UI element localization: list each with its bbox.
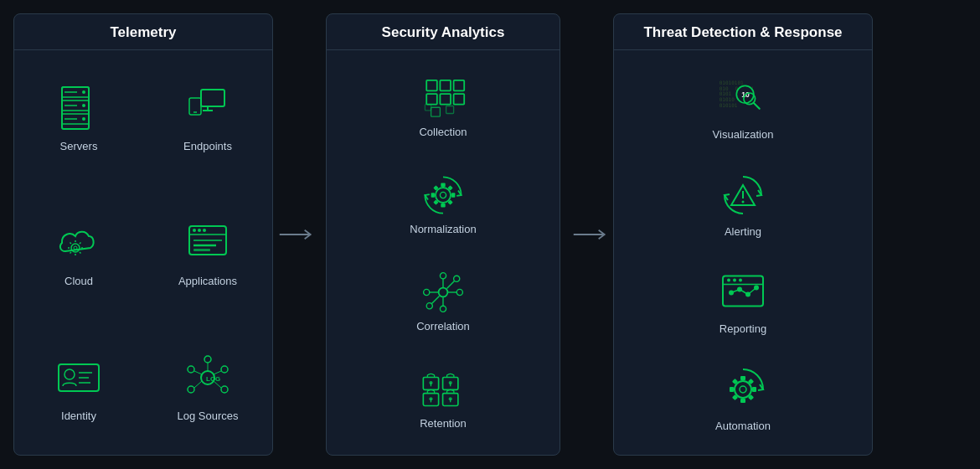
applications-label: Applications xyxy=(178,275,237,287)
alerting-label: Alerting xyxy=(725,225,761,238)
svg-line-45 xyxy=(194,371,202,374)
svg-line-24 xyxy=(70,252,72,254)
svg-point-61 xyxy=(440,193,446,198)
telemetry-item-cloud: Cloud xyxy=(14,185,143,320)
svg-text:0101: 0101 xyxy=(720,91,732,97)
svg-point-4 xyxy=(82,90,85,94)
svg-text:01010: 01010 xyxy=(720,97,735,103)
diagram-container: Telemetry Servers xyxy=(0,0,980,469)
log-sources-icon: LOG xyxy=(183,353,233,403)
svg-rect-58 xyxy=(446,106,454,114)
svg-rect-32 xyxy=(193,249,210,251)
svg-point-73 xyxy=(440,306,446,312)
arrow-right-1 xyxy=(278,226,315,243)
svg-point-70 xyxy=(439,287,448,296)
svg-point-40 xyxy=(188,366,194,373)
svg-point-41 xyxy=(221,366,228,373)
svg-rect-59 xyxy=(425,105,431,111)
svg-rect-126 xyxy=(730,387,734,392)
svg-rect-55 xyxy=(440,94,451,105)
svg-line-23 xyxy=(80,243,81,245)
identity-label: Identity xyxy=(61,410,96,422)
threat-item-visualization: 01010101 010 01 01 0101 01 01010 010101 … xyxy=(713,73,774,141)
svg-rect-51 xyxy=(426,80,437,91)
cloud-label: Cloud xyxy=(64,275,93,287)
svg-point-28 xyxy=(198,229,201,232)
svg-point-43 xyxy=(221,386,228,393)
collection-icon xyxy=(420,75,466,121)
svg-rect-63 xyxy=(441,204,445,208)
svg-line-107 xyxy=(754,103,760,109)
svg-point-76 xyxy=(426,302,432,308)
alerting-icon xyxy=(718,170,768,220)
svg-point-109 xyxy=(742,201,745,204)
svg-rect-124 xyxy=(740,376,745,380)
telemetry-item-endpoints: Endpoints xyxy=(143,50,272,185)
svg-text:01010101: 01010101 xyxy=(720,80,744,85)
retention-label: Retention xyxy=(420,417,467,430)
arrow-connector-2 xyxy=(567,226,613,243)
reporting-icon xyxy=(718,267,768,317)
telemetry-panel: Telemetry Servers xyxy=(13,13,273,456)
endpoints-icon xyxy=(183,83,233,133)
visualization-icon: 01010101 010 01 01 0101 01 01010 010101 … xyxy=(718,73,768,123)
svg-line-46 xyxy=(214,371,221,374)
automation-icon xyxy=(718,364,768,415)
svg-rect-54 xyxy=(426,94,437,105)
svg-rect-127 xyxy=(752,387,756,392)
svg-text:010: 010 xyxy=(720,85,729,91)
analytics-item-correlation: Correlation xyxy=(416,270,470,332)
svg-line-121 xyxy=(748,287,756,294)
svg-point-113 xyxy=(733,278,736,281)
endpoints-label: Endpoints xyxy=(183,140,232,152)
threat-panel: Threat Detection & Response 01010101 010… xyxy=(613,13,873,456)
applications-icon xyxy=(183,218,233,268)
svg-point-74 xyxy=(424,289,430,295)
svg-point-27 xyxy=(193,229,196,232)
arrow-connector-1 xyxy=(273,226,319,243)
retention-icon xyxy=(420,367,466,412)
svg-rect-64 xyxy=(431,193,436,197)
svg-point-123 xyxy=(740,386,746,393)
svg-point-71 xyxy=(440,272,446,278)
svg-point-15 xyxy=(71,244,80,252)
visualization-label: Visualization xyxy=(713,128,774,141)
svg-line-22 xyxy=(80,252,81,254)
arrow-right-2 xyxy=(572,226,609,243)
automation-label: Automation xyxy=(715,420,771,432)
svg-line-120 xyxy=(740,289,748,294)
threat-item-automation: Automation xyxy=(715,364,771,432)
servers-icon xyxy=(54,83,104,133)
svg-line-47 xyxy=(194,381,202,388)
svg-point-6 xyxy=(82,117,85,121)
svg-rect-52 xyxy=(440,80,451,91)
telemetry-item-identity: Identity xyxy=(14,320,143,455)
svg-rect-57 xyxy=(431,108,441,117)
svg-point-44 xyxy=(204,356,211,363)
telemetry-item-log-sources: LOG Log Sources xyxy=(143,320,272,455)
svg-rect-65 xyxy=(451,193,456,197)
svg-line-82 xyxy=(432,296,440,303)
correlation-icon xyxy=(420,270,466,315)
normalization-icon xyxy=(420,173,466,218)
svg-rect-62 xyxy=(441,183,445,188)
normalization-label: Normalization xyxy=(410,223,476,235)
svg-point-34 xyxy=(64,369,75,379)
analytics-item-normalization: Normalization xyxy=(410,173,476,235)
identity-icon xyxy=(54,353,104,403)
analytics-panel: Security Analytics Collection xyxy=(326,13,560,456)
svg-line-81 xyxy=(447,281,455,288)
svg-point-72 xyxy=(456,289,462,295)
analytics-item-retention: Retention xyxy=(420,367,467,430)
svg-rect-10 xyxy=(201,90,224,106)
svg-rect-53 xyxy=(454,80,465,91)
log-sources-label: Log Sources xyxy=(178,410,239,422)
collection-label: Collection xyxy=(419,126,467,138)
svg-point-5 xyxy=(82,104,85,107)
threat-title: Threat Detection & Response xyxy=(614,14,872,50)
analytics-item-collection: Collection xyxy=(419,75,467,138)
threat-item-reporting: Reporting xyxy=(718,267,768,335)
telemetry-title: Telemetry xyxy=(14,14,272,50)
svg-point-75 xyxy=(454,276,460,281)
correlation-label: Correlation xyxy=(416,320,470,332)
